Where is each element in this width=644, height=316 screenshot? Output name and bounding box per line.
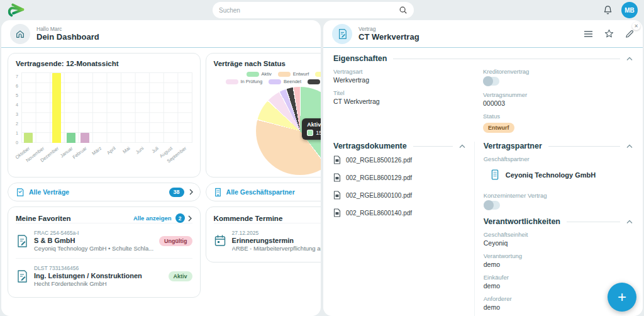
dashboard-title: Dein Dashboard [36, 32, 99, 42]
bar-chart[interactable]: 76543210 [16, 72, 192, 169]
favorites-title: Meine Favoriten [16, 215, 71, 222]
chevron-right-icon[interactable] [187, 215, 192, 222]
contract-title: CT Werkvertrag [358, 32, 419, 42]
chevron-right-icon [189, 189, 194, 195]
favorite-star-icon[interactable] [604, 29, 614, 38]
contract-panel: ✕ Vertrag CT Werkvertrag Eigenschaften [323, 20, 643, 316]
pdf-file-icon [333, 155, 341, 164]
legend-swatch [226, 79, 238, 84]
search-icon[interactable] [399, 6, 408, 14]
all-contracts-button[interactable]: Alle Verträge 38 [8, 183, 201, 201]
app-logo-icon[interactable] [6, 2, 28, 18]
legend-swatch [308, 79, 320, 84]
bar-februar[interactable] [80, 133, 89, 143]
close-icon[interactable]: ✕ [632, 22, 640, 30]
appointments-title: Kommende Termine [214, 215, 283, 222]
konzernintern-toggle[interactable] [484, 201, 500, 210]
contracts-count-badge: 38 [169, 188, 184, 197]
section-vertragsdokumente[interactable]: Vertragsdokumente [333, 142, 465, 150]
field-kreditorenvertrag: Kreditorenvertrag [483, 68, 633, 86]
status-badge: Ungültig [159, 236, 192, 246]
object-type-label: Vertrag [358, 26, 419, 32]
legend-item[interactable]: Beendet [269, 79, 301, 84]
legend-swatch [278, 72, 291, 77]
favorite-item[interactable]: DLST 7331346456 Ing. Leistungen / Konstr… [16, 258, 192, 293]
partner-item[interactable]: Ceyoniq Technology GmbH [490, 169, 633, 181]
user-avatar[interactable]: MB [621, 2, 638, 18]
bar-dezember[interactable] [52, 73, 61, 143]
partner-label: Geschäftspartner [484, 155, 633, 162]
legend-item[interactable]: Aktiv [247, 71, 272, 77]
bell-icon[interactable] [603, 5, 613, 15]
legend-item[interactable]: In Freigabe [315, 71, 321, 77]
field-vertragsnummer: Vertragsnummer 000003 [483, 91, 633, 107]
search-input[interactable] [219, 7, 399, 14]
section-vertragspartner[interactable]: Vertragspartner [484, 142, 633, 150]
home-icon [10, 24, 30, 44]
legend-item[interactable]: In Prüfung [226, 79, 263, 84]
appointments-card: Kommende Termine Alle anzeigen 1 27.12.2… [206, 206, 321, 262]
section-verantwortlichkeiten[interactable]: Verantwortlichkeiten [484, 217, 633, 226]
contract-doc-icon [16, 234, 28, 248]
chevron-up-icon[interactable] [626, 220, 633, 224]
pdf-document-row[interactable]: 002_RGEL8600140.pdf [333, 208, 465, 217]
status-badge: Aktiv [169, 271, 192, 281]
pdf-file-icon [333, 191, 341, 200]
field-verantwortung: Verantwortung demo [484, 252, 633, 268]
chevron-up-icon[interactable] [626, 57, 633, 61]
legend-swatch [315, 72, 321, 77]
add-button[interactable]: + [608, 283, 636, 312]
all-partners-button[interactable]: Alle Geschäftspartner 19 [206, 183, 321, 201]
search-bar [213, 2, 414, 18]
field-titel: Titel CT Werkvertrag [333, 89, 483, 105]
bar-oktober[interactable] [24, 133, 33, 143]
favorites-card: Meine Favoriten Alle anzeigen 2 FRAC 254… [8, 206, 201, 298]
menu-icon[interactable] [584, 30, 593, 38]
legend-swatch [269, 79, 281, 84]
pdf-file-icon [333, 173, 341, 182]
field-vertragsart: Vertragsart Werkvertrag [333, 68, 483, 84]
bar-chart-title: Vertragsende: 12-Monatssicht [16, 60, 192, 67]
pdf-file-icon [333, 208, 341, 217]
contract-icon [16, 188, 25, 197]
contract-doc-icon [16, 269, 28, 283]
bar-chart-y-axis: 76543210 [16, 72, 21, 143]
topbar: MB [0, 0, 644, 20]
calendar-icon [214, 234, 226, 247]
edit-pencil-icon[interactable] [625, 30, 634, 38]
greeting-text: Hallo Marc [36, 26, 99, 32]
building-icon [214, 188, 222, 197]
bar-chart-x-axis: Oktober November Dezember Januar Februar… [21, 143, 192, 169]
kreditorenvertrag-toggle[interactable] [483, 77, 499, 86]
dashboard-panel: Hallo Marc Dein Dashboard Vertragsende: … [1, 20, 321, 316]
tooltip-swatch [307, 130, 313, 136]
bar-chart-plot [21, 72, 192, 143]
status-badge: Entwurf [483, 123, 514, 133]
contract-header: Vertrag CT Werkvertrag [323, 20, 643, 48]
pdf-document-row[interactable]: 002_RGEL8600129.pdf [333, 173, 465, 182]
field-konzernintern: Konzerninterner Vertrag [484, 192, 633, 210]
section-eigenschaften[interactable]: Eigenschaften [333, 54, 633, 63]
field-geschaeftseinheit: Geschäftseinheit Ceyoniq [484, 231, 633, 247]
legend-item[interactable]: Entwurf [278, 71, 309, 77]
pdf-document-row[interactable]: 002_RGEL8500126.pdf [333, 155, 465, 164]
contract-type-icon [332, 24, 352, 44]
building-icon [490, 169, 500, 181]
pie-chart-title: Verträge nach Status [214, 60, 321, 67]
chevron-up-icon[interactable] [626, 144, 633, 149]
favorite-item[interactable]: FRAC 254-5465a-I S & B GmbH Ceyoniq Tech… [16, 223, 192, 258]
favorites-count-badge: 2 [175, 213, 185, 223]
status-chart-card: Verträge nach Status Aktiv Entwurf In Fr… [206, 53, 321, 178]
field-status: Status Entwurf [483, 113, 633, 132]
pie-legend: Aktiv Entwurf In Freigabe In Prüfung Bee… [214, 71, 321, 84]
pie-tooltip: Aktiv 15 [302, 118, 321, 140]
bar-januar[interactable] [67, 133, 75, 143]
appointment-item[interactable]: 27.12.2025 Erinnerungstermin ARBE - Mita… [214, 223, 321, 258]
pdf-document-row[interactable]: 002_RGEL8600100.pdf [333, 191, 465, 200]
legend-swatch [247, 72, 259, 77]
chevron-up-icon[interactable] [459, 144, 465, 149]
legend-item[interactable]: Inaktiv [308, 79, 321, 84]
contract-end-chart-card: Vertragsende: 12-Monatssicht 76543210 [8, 53, 201, 178]
dashboard-header: Hallo Marc Dein Dashboard [1, 20, 321, 48]
favorites-show-all-link[interactable]: Alle anzeigen [133, 215, 172, 222]
